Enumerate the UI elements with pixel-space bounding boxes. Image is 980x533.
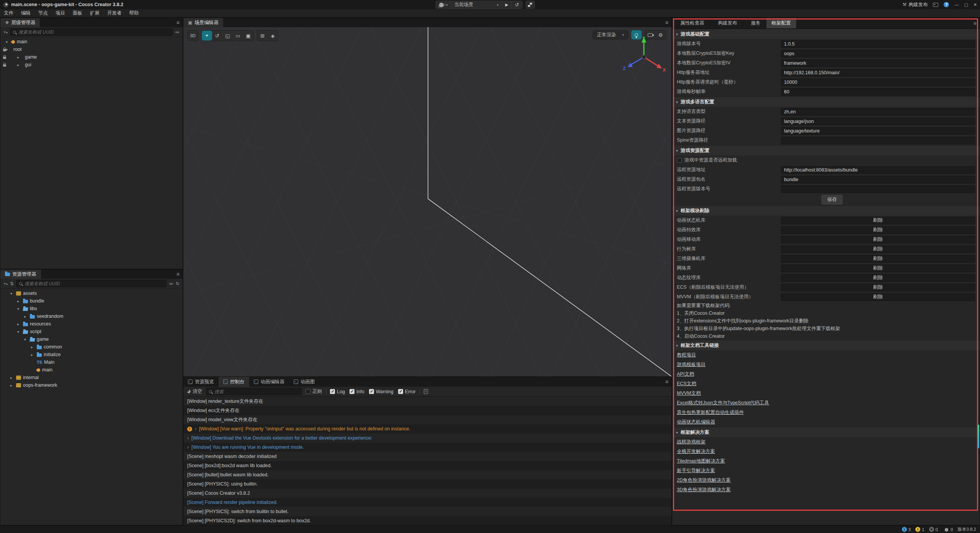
- console-tab[interactable]: 动画图: [289, 377, 320, 387]
- filter-type-icon[interactable]: ≔: [175, 29, 180, 35]
- log-row[interactable]: [Scene] Forward render pipeline initiali…: [183, 498, 671, 507]
- tree-row[interactable]: seedrandom: [0, 312, 183, 320]
- tree-row[interactable]: assets: [0, 289, 183, 297]
- remove-module-button[interactable]: 剔除: [781, 236, 975, 244]
- inspector-tab[interactable]: 构建发布: [710, 18, 743, 28]
- warning-counter[interactable]: ! 1: [915, 527, 924, 532]
- expand-arrow-icon[interactable]: [17, 299, 21, 303]
- expand-arrow-icon[interactable]: [10, 383, 14, 387]
- tree-row[interactable]: TS Main: [0, 358, 183, 366]
- help-icon[interactable]: ?: [944, 2, 949, 7]
- notification-counter[interactable]: 0: [945, 527, 953, 532]
- close-button[interactable]: ✕: [973, 2, 977, 7]
- doc-link[interactable]: 游戏模板项目: [677, 361, 706, 368]
- filter-type-icon[interactable]: ≔: [169, 281, 173, 286]
- clear-console-button[interactable]: 清空: [187, 388, 202, 395]
- field-input[interactable]: language/texture: [781, 127, 975, 135]
- expand-arrow-icon[interactable]: [31, 353, 35, 357]
- remove-module-button[interactable]: 剔除: [781, 217, 975, 224]
- pivot-toggle-button[interactable]: ⊞: [257, 31, 268, 41]
- section-header-resources[interactable]: ▾ 游戏资源配置: [672, 145, 980, 155]
- remove-module-button[interactable]: 剔除: [781, 245, 975, 253]
- tree-row[interactable]: game: [0, 53, 183, 61]
- solution-link[interactable]: 战棋游戏框架: [677, 439, 706, 445]
- tree-row[interactable]: main: [0, 38, 183, 46]
- expand-arrow-icon[interactable]: [31, 345, 35, 349]
- tree-row[interactable]: resources: [0, 320, 183, 328]
- section-header-modules[interactable]: ▾ 框架模块剔除: [672, 205, 980, 216]
- maximize-button[interactable]: ▢: [964, 2, 968, 7]
- console-logs[interactable]: [Window] render_texture文件夹存在 [Window] ec…: [183, 397, 671, 525]
- expand-arrow-icon[interactable]: [17, 330, 21, 334]
- log-row[interactable]: › [Window] You are running Vue in develo…: [183, 443, 671, 452]
- log-row[interactable]: [Window] model_view文件夹存在: [183, 415, 671, 424]
- doc-link[interactable]: MVVM文档: [677, 390, 701, 397]
- panel-menu-icon[interactable]: ≡: [176, 271, 180, 277]
- tree-row[interactable]: bundle: [0, 297, 183, 305]
- solution-link[interactable]: 新手引导解决方案: [677, 468, 715, 474]
- log-file-icon[interactable]: [424, 389, 428, 394]
- doc-link[interactable]: 教程项目: [677, 352, 696, 358]
- console-tab[interactable]: 动画编辑器: [249, 377, 289, 387]
- hierarchy-search-input[interactable]: [18, 29, 170, 35]
- solution-link[interactable]: 2D角色扮演游戏解决方案: [677, 477, 731, 484]
- inspector-tab[interactable]: 框架配置: [766, 18, 797, 28]
- assets-search[interactable]: [16, 280, 167, 287]
- error-counter[interactable]: ✕ 0: [929, 527, 938, 532]
- expand-chevron-icon[interactable]: ›: [187, 445, 189, 450]
- console-tab[interactable]: 资源预览: [183, 377, 219, 387]
- panel-menu-icon[interactable]: ≡: [665, 379, 668, 385]
- menu-item[interactable]: 节点: [34, 10, 52, 16]
- rect-tool-button[interactable]: ▭: [233, 31, 243, 41]
- tree-row[interactable]: libs: [0, 305, 183, 312]
- section-header-i18n[interactable]: ▾ 游戏多语言配置: [672, 96, 980, 107]
- field-input[interactable]: http://localhost:8083/assets/bundle: [781, 166, 975, 174]
- doc-link[interactable]: API文档: [677, 371, 694, 378]
- expand-chevron-icon[interactable]: ›: [195, 426, 196, 432]
- tab-assets[interactable]: 资源管理器: [0, 270, 41, 279]
- orientation-gizmo[interactable]: Y X Z: [619, 33, 669, 83]
- field-input[interactable]: oops: [781, 50, 975, 57]
- log-row[interactable]: [Scene] meshopt wasm decoder initialized: [183, 452, 671, 461]
- log-row[interactable]: [Scene] [PHYSICS]: using builtin.: [183, 479, 671, 489]
- tab-hierarchy[interactable]: ❖ 层级管理器: [0, 18, 40, 27]
- console-search-input[interactable]: [214, 389, 299, 394]
- scene-viewport[interactable]: 3D ⌖ ↺ ◱ ▭ ▣ ⊞ ◈ 正常渲染 ▾: [183, 27, 671, 376]
- menu-item[interactable]: 开发者: [103, 10, 126, 16]
- assets-search-input[interactable]: [24, 281, 163, 286]
- add-node-button[interactable]: +▾: [3, 29, 8, 35]
- add-asset-button[interactable]: +▾: [3, 281, 8, 286]
- preview-qr-button[interactable]: [526, 1, 535, 9]
- field-input[interactable]: [781, 185, 975, 193]
- log-row[interactable]: [Window] ecs文件夹存在: [183, 406, 671, 415]
- tab-scene-editor[interactable]: ▣ 场景编辑器: [183, 18, 223, 27]
- info-counter[interactable]: i 3: [902, 527, 911, 532]
- tree-row[interactable]: root: [0, 46, 183, 53]
- field-input[interactable]: 1.0.5: [781, 40, 975, 48]
- panel-menu-icon[interactable]: ≡: [973, 20, 977, 26]
- section-header-solutions[interactable]: ▾ 框架解决方案: [672, 427, 980, 437]
- log-row[interactable]: [Scene] [PHYSICS]: switch from builtin t…: [183, 507, 671, 516]
- expand-arrow-icon[interactable]: [24, 314, 28, 319]
- log-filter-checkbox[interactable]: Info: [350, 389, 364, 394]
- checkbox-icon[interactable]: [677, 158, 682, 163]
- solution-link[interactable]: 3D角色扮演游戏解决方案: [677, 487, 731, 493]
- restart-button[interactable]: ↺: [512, 1, 522, 8]
- tree-row[interactable]: common: [0, 343, 183, 351]
- expand-chevron-icon[interactable]: ›: [187, 435, 189, 441]
- tree-row[interactable]: game: [0, 335, 183, 343]
- expand-arrow-icon[interactable]: [24, 337, 28, 342]
- remove-module-button[interactable]: 剔除: [781, 274, 975, 282]
- panel-menu-icon[interactable]: ≡: [665, 20, 668, 26]
- log-row[interactable]: [Scene] [PHYSICS2D]: switch from box2d-w…: [183, 516, 671, 525]
- doc-link[interactable]: ECS文档: [677, 381, 696, 387]
- regex-checkbox[interactable]: 正则: [305, 388, 322, 395]
- log-row[interactable]: ! › [Window] [Vue warn]: Property "onInp…: [183, 424, 671, 433]
- remote-load-checkbox-row[interactable]: 游戏中资源是否远程加载: [672, 155, 980, 165]
- solution-link[interactable]: Tiledmap地图解决方案: [677, 458, 725, 464]
- doc-link[interactable]: 动画状态机编辑器: [677, 419, 715, 425]
- panel-menu-icon[interactable]: ≡: [176, 20, 180, 26]
- remove-module-button[interactable]: 剔除: [781, 255, 975, 263]
- log-filter-checkbox[interactable]: Log: [330, 389, 345, 394]
- log-row[interactable]: › [Window] Download the Vue Devtools ext…: [183, 433, 671, 443]
